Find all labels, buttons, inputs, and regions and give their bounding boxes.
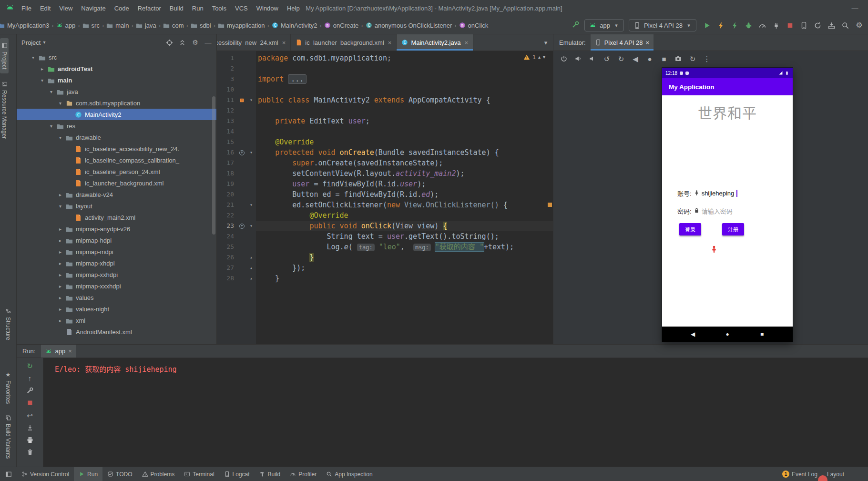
breadcrumb-item[interactable]: sdbi <box>189 22 213 29</box>
device-manager-icon[interactable] <box>800 21 808 30</box>
chevron-down-icon[interactable]: ▾ <box>56 135 64 140</box>
tree-item[interactable]: ▸drawable-v24 <box>17 189 216 200</box>
tree-item[interactable]: ▸mipmap-xxxhdpi <box>17 280 216 292</box>
scroll-up-icon[interactable]: ↑ <box>26 374 34 382</box>
chevron-right-icon[interactable]: ▸ <box>56 272 64 277</box>
tree-item[interactable]: ic_baseline_compass_calibration_ <box>17 154 216 166</box>
tree-item[interactable]: ▸androidTest <box>17 63 216 74</box>
back-nav-icon[interactable]: ◀ <box>690 331 696 338</box>
breadcrumb-item[interactable]: com <box>161 22 186 29</box>
wrench-icon[interactable] <box>26 387 34 394</box>
search-icon[interactable] <box>841 21 849 30</box>
tree-item[interactable]: ▸values-night <box>17 303 216 315</box>
stripe-button-structure[interactable]: Structure <box>4 304 12 345</box>
toolwindow-toggle[interactable] <box>0 471 17 478</box>
statusbar-version-control[interactable]: Version Control <box>17 467 74 481</box>
stripe-button-resource-manager[interactable]: Resource Manager <box>0 77 9 143</box>
statusbar-logcat[interactable]: Logcat <box>219 467 255 481</box>
device-select[interactable]: Pixel 4 API 28 ▾ <box>629 19 696 31</box>
tree-item[interactable]: ic_launcher_background.xml <box>17 177 216 189</box>
chevron-down-icon[interactable]: ▾ <box>56 204 64 209</box>
chevron-down-icon[interactable]: ▾ <box>47 89 55 94</box>
breadcrumb-item[interactable]: Canonymous OnClickListener <box>364 22 454 29</box>
run-tab-app[interactable]: app× <box>41 345 76 358</box>
chevron-right-icon[interactable]: ▸ <box>56 238 64 243</box>
console-output[interactable]: E/leo: 获取的内容 shijieheping <box>43 358 868 467</box>
breadcrumb-item[interactable]: MyApplication3 <box>0 22 51 29</box>
chevron-right-icon[interactable]: ▸ <box>56 295 64 300</box>
chevron-right-icon[interactable]: ▸ <box>56 318 64 323</box>
breadcrumb-item[interactable]: java <box>134 22 158 29</box>
emulator-tab[interactable]: Pixel 4 API 28× <box>591 34 654 51</box>
chevron-right-icon[interactable]: ▸ <box>56 249 64 255</box>
rerun-icon[interactable]: ↻ <box>26 362 34 369</box>
settings-icon[interactable]: ⚙ <box>192 39 199 46</box>
menu-tools[interactable]: Tools <box>208 0 231 17</box>
sync-gradle-icon[interactable] <box>814 21 822 30</box>
chevron-right-icon[interactable]: ▸ <box>56 284 64 289</box>
volume-down-icon[interactable] <box>589 55 596 62</box>
clear-all-icon[interactable] <box>26 449 34 456</box>
register-button[interactable]: 注册 <box>722 223 744 235</box>
fold-marker-icon[interactable]: ▴ <box>246 263 256 273</box>
snapshot-icon[interactable]: ↻ <box>689 55 696 62</box>
scrollbar-marker[interactable] <box>548 203 552 207</box>
power-icon[interactable] <box>560 55 568 62</box>
rotate-left-icon[interactable]: ↺ <box>603 55 611 62</box>
chevron-down-icon[interactable]: ▾ <box>47 123 55 129</box>
close-icon[interactable]: × <box>388 39 392 46</box>
login-button[interactable]: 登录 <box>679 223 701 235</box>
stop-icon[interactable] <box>26 399 34 407</box>
stripe-button-build-variants[interactable]: Build Variants <box>4 410 12 463</box>
menu-edit[interactable]: Edit <box>36 0 55 17</box>
hide-icon[interactable]: — <box>204 39 212 46</box>
tree-item[interactable]: ▾java <box>17 86 216 97</box>
statusbar-build[interactable]: Build <box>255 467 286 481</box>
editor-tab-1[interactable]: ccessibility_new_24.xml× <box>217 34 291 51</box>
menu-code[interactable]: Code <box>110 0 133 17</box>
profile-icon[interactable] <box>758 21 766 30</box>
menu-window[interactable]: Window <box>252 0 283 17</box>
password-field[interactable]: 密码: 请输入密码 <box>677 206 733 215</box>
tree-item[interactable]: ▸mipmap-xxhdpi <box>17 269 216 280</box>
minimize-button[interactable]: — <box>851 5 862 12</box>
fold-marker-icon[interactable]: ▾ <box>246 95 256 105</box>
fold-marker-icon[interactable]: ▴ <box>246 252 256 263</box>
chevron-down-icon[interactable]: ▾ <box>542 39 549 46</box>
breadcrumb-item[interactable]: src <box>81 22 102 29</box>
project-view-selector[interactable]: Project ▾ <box>21 39 46 46</box>
statusbar-profiler[interactable]: Profiler <box>285 467 321 481</box>
menu-file[interactable]: File <box>17 0 36 17</box>
collapse-all-icon[interactable] <box>179 39 186 46</box>
tree-item[interactable]: ▸mipmap-xhdpi <box>17 257 216 269</box>
sdk-manager-icon[interactable] <box>827 21 836 30</box>
attach-debugger-icon[interactable] <box>772 21 780 30</box>
tree-item[interactable]: ▾layout <box>17 200 216 212</box>
debug-icon[interactable] <box>745 21 753 30</box>
apply-code-changes-icon[interactable] <box>731 21 739 30</box>
chevron-down-icon[interactable]: ▾ <box>29 55 37 60</box>
editor-tab-2[interactable]: ic_launcher_background.xml× <box>291 34 397 51</box>
fold-marker-icon[interactable]: ▾ <box>246 221 256 231</box>
settings-icon[interactable]: ⚙ <box>855 21 863 30</box>
statusbar-todo[interactable]: TODO <box>102 467 137 481</box>
statusbar-app-inspection[interactable]: App Inspection <box>321 467 377 481</box>
fold-marker-icon[interactable]: ▾ <box>246 147 256 158</box>
statusbar-problems[interactable]: Problems <box>137 467 180 481</box>
overview-nav-icon[interactable]: ■ <box>759 331 765 338</box>
home-nav-icon[interactable]: ● <box>725 331 731 338</box>
chevron-right-icon[interactable]: ▸ <box>56 226 64 232</box>
fold-marker-icon[interactable]: ▾ <box>246 200 256 210</box>
close-icon[interactable]: × <box>282 39 286 46</box>
fold-marker-icon[interactable]: ▴ <box>246 273 256 284</box>
menu-help[interactable]: Help <box>283 0 304 17</box>
inspection-widget[interactable]: 1▴▾ <box>523 54 545 61</box>
build-button[interactable] <box>572 20 580 30</box>
scroll-end-icon[interactable] <box>26 424 34 431</box>
breadcrumb-item[interactable]: monCreate <box>322 22 360 29</box>
volume-up-icon[interactable] <box>574 55 582 62</box>
tree-item[interactable]: activity_main2.xml <box>17 212 216 223</box>
apply-changes-icon[interactable] <box>717 21 725 30</box>
screenshot-icon[interactable] <box>674 55 682 62</box>
emulator-screen[interactable]: 12:18 My Application 世界和平 账号: shijiehep <box>662 68 793 342</box>
